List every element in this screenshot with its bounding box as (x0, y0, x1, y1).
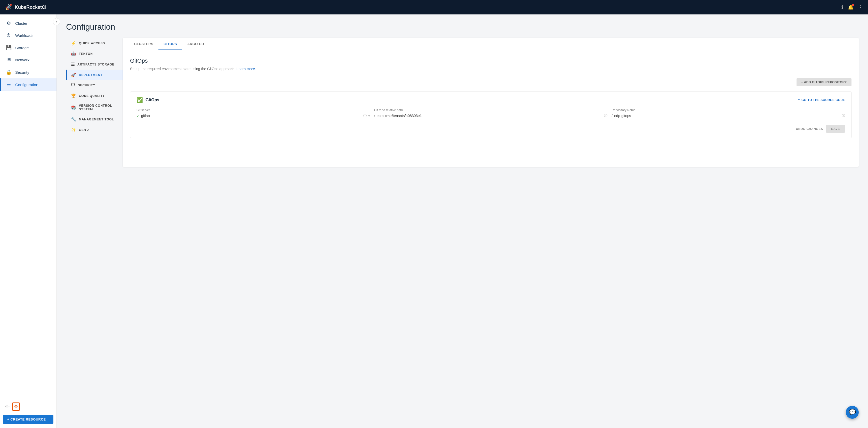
sidebar-bottom: ✏ ⚙ (0, 398, 57, 415)
configuration-icon: ☰ (6, 82, 11, 88)
sidebar-item-workloads[interactable]: ⏱ Workloads (0, 29, 57, 41)
git-server-info-icon[interactable]: ⓘ (363, 113, 367, 118)
sidebar-item-storage[interactable]: 💾 Storage (0, 41, 57, 54)
config-item-artifacts-storage[interactable]: ☰ ARTIFACTS STORAGE (66, 59, 123, 70)
config-security-icon: 🛡 (71, 83, 75, 88)
config-item-gen-ai[interactable]: ✨ GEN AI (66, 125, 123, 135)
app-title: KubeRocketCI (15, 5, 46, 10)
logo-icon: 🚀 (5, 4, 12, 10)
sidebar-item-cluster[interactable]: ⚙ Cluster (0, 17, 57, 29)
config-item-quick-access[interactable]: ⚡ QUICK ACCESS (66, 38, 123, 48)
edit-icon[interactable]: ✏ (5, 403, 9, 410)
git-server-dropdown-icon[interactable]: ▾ (368, 114, 370, 118)
code-quality-icon: 🏆 (71, 93, 76, 98)
add-gitops-repository-button[interactable]: + ADD GITOPS REPOSITORY (797, 78, 851, 86)
git-server-check-icon: ✓ (136, 114, 140, 118)
config-item-label-gen-ai: GEN AI (79, 128, 91, 132)
gitops-card-header: ✅ GitOps ⑂ GO TO THE SOURCE CODE (136, 97, 845, 103)
topnav-left: 🚀 KubeRocketCI (5, 4, 46, 10)
security-icon: 🔒 (6, 69, 11, 75)
repo-name-info-icon[interactable]: ⓘ (842, 113, 845, 118)
settings-gear-icon[interactable]: ⚙ (12, 402, 20, 411)
config-sidebar: ⚡ QUICK ACCESS 🤖 TEKTON ☰ ARTIFACTS STOR… (66, 38, 123, 167)
config-item-security[interactable]: 🛡 SECURITY (66, 80, 123, 91)
config-item-label-version-control: VERSION CONTROL SYSTEM (79, 104, 119, 111)
sidebar-item-label-workloads: Workloads (15, 33, 34, 38)
info-icon[interactable]: ℹ (841, 4, 843, 10)
main-layout: ‹ ⚙ Cluster ⏱ Workloads 💾 Storage 🖥 Netw… (0, 14, 868, 428)
topnav: 🚀 KubeRocketCI ℹ 🔔 ⋮ (0, 0, 868, 14)
repo-name-value: edp-gitops (614, 114, 840, 118)
git-repo-path-slash: / (374, 114, 375, 118)
chat-fab-button[interactable]: 💬 (846, 406, 859, 419)
repo-name-value-row: / edp-gitops ⓘ (612, 113, 845, 120)
card-footer: UNDO CHANGES SAVE (136, 125, 845, 133)
storage-icon: 💾 (6, 45, 11, 51)
config-item-management-tool[interactable]: 🔧 MANAGEMENT TOOL (66, 114, 123, 125)
sidebar-item-label-cluster: Cluster (15, 21, 28, 26)
sidebar-collapse-button[interactable]: ‹ (53, 18, 60, 25)
config-item-version-control[interactable]: 📚 VERSION CONTROL SYSTEM (66, 101, 123, 114)
config-item-tekton[interactable]: 🤖 TEKTON (66, 48, 123, 59)
version-control-icon: 📚 (71, 105, 76, 110)
gitops-status-check-icon: ✅ (136, 97, 143, 103)
sidebar-item-configuration[interactable]: ☰ Configuration (0, 78, 57, 91)
notification-icon[interactable]: 🔔 (848, 4, 854, 10)
git-repo-path-info-icon[interactable]: ⓘ (604, 113, 608, 118)
sidebar-item-security[interactable]: 🔒 Security (0, 66, 57, 78)
more-icon[interactable]: ⋮ (858, 4, 863, 10)
gen-ai-icon: ✨ (71, 127, 76, 132)
undo-changes-button[interactable]: UNDO CHANGES (796, 127, 823, 131)
config-item-label-deployment: DEPLOYMENT (79, 73, 102, 77)
git-server-label: Git server (136, 108, 370, 112)
git-repo-path-field-group: Git repo relative path / epm-cmtr/tenant… (374, 108, 608, 120)
git-repo-path-label: Git repo relative path (374, 108, 608, 112)
add-repo-row: + ADD GITOPS REPOSITORY (130, 78, 851, 92)
source-code-branch-icon: ⑂ (798, 98, 800, 102)
gitops-description: Set up the required environment state us… (130, 67, 851, 71)
workloads-icon: ⏱ (6, 33, 11, 38)
tabs: CLUSTERS GITOPS ARGO CD (123, 38, 859, 50)
sidebar-item-network[interactable]: 🖥 Network (0, 54, 57, 66)
config-item-deployment[interactable]: 🚀 DEPLOYMENT (66, 70, 123, 80)
config-item-label-code-quality: CODE QUALITY (79, 94, 105, 98)
create-resource-button[interactable]: + CREATE RESOURCE (3, 415, 54, 424)
save-button[interactable]: SAVE (826, 125, 845, 133)
git-server-field-group: Git server ✓ gitlab ⓘ ▾ (136, 108, 370, 120)
config-item-label-artifacts-storage: ARTIFACTS STORAGE (78, 63, 114, 66)
git-repo-path-value: epm-cmtr/tenants/a08303e1 (377, 114, 603, 118)
config-panel: CLUSTERS GITOPS ARGO CD GitOps Set up th… (123, 38, 859, 167)
repo-name-field-group: Repository Name / edp-gitops ⓘ (612, 108, 845, 120)
tab-argo-cd[interactable]: ARGO CD (182, 38, 209, 50)
learn-more-link[interactable]: Learn more. (236, 67, 256, 71)
sidebar-nav: ⚙ Cluster ⏱ Workloads 💾 Storage 🖥 Networ… (0, 14, 57, 398)
config-item-label-security: SECURITY (78, 84, 95, 87)
management-tool-icon: 🔧 (71, 117, 76, 122)
cluster-icon: ⚙ (6, 20, 11, 26)
gitops-title: GitOps (130, 58, 851, 64)
config-item-label-quick-access: QUICK ACCESS (79, 41, 105, 45)
config-item-code-quality[interactable]: 🏆 CODE QUALITY (66, 91, 123, 101)
git-repo-path-value-row: / epm-cmtr/tenants/a08303e1 ⓘ (374, 113, 608, 120)
repo-name-slash: / (612, 114, 613, 118)
git-server-value-row: ✓ gitlab ⓘ ▾ (136, 113, 370, 120)
config-item-label-tekton: TEKTON (79, 52, 93, 56)
sidebar-item-label-network: Network (15, 58, 29, 62)
gitops-card: ✅ GitOps ⑂ GO TO THE SOURCE CODE G (130, 92, 851, 138)
config-layout: ⚡ QUICK ACCESS 🤖 TEKTON ☰ ARTIFACTS STOR… (66, 38, 859, 167)
main-content: Configuration ⚡ QUICK ACCESS 🤖 TEKTON ☰ … (57, 14, 868, 428)
tekton-icon: 🤖 (71, 51, 76, 56)
sidebar-item-label-configuration: Configuration (15, 83, 38, 87)
quick-access-icon: ⚡ (71, 41, 76, 46)
source-code-link-label: GO TO THE SOURCE CODE (801, 98, 845, 102)
go-to-source-code-link[interactable]: ⑂ GO TO THE SOURCE CODE (798, 98, 845, 102)
sidebar: ‹ ⚙ Cluster ⏱ Workloads 💾 Storage 🖥 Netw… (0, 14, 57, 428)
gitops-card-name: GitOps (146, 98, 159, 102)
gitops-card-title: ✅ GitOps (136, 97, 159, 103)
git-server-value: gitlab (141, 114, 362, 118)
tab-gitops[interactable]: GITOPS (158, 38, 182, 50)
sidebar-item-label-storage: Storage (15, 46, 29, 50)
config-item-label-management-tool: MANAGEMENT TOOL (79, 118, 114, 121)
tab-clusters[interactable]: CLUSTERS (129, 38, 158, 50)
network-icon: 🖥 (6, 57, 11, 63)
